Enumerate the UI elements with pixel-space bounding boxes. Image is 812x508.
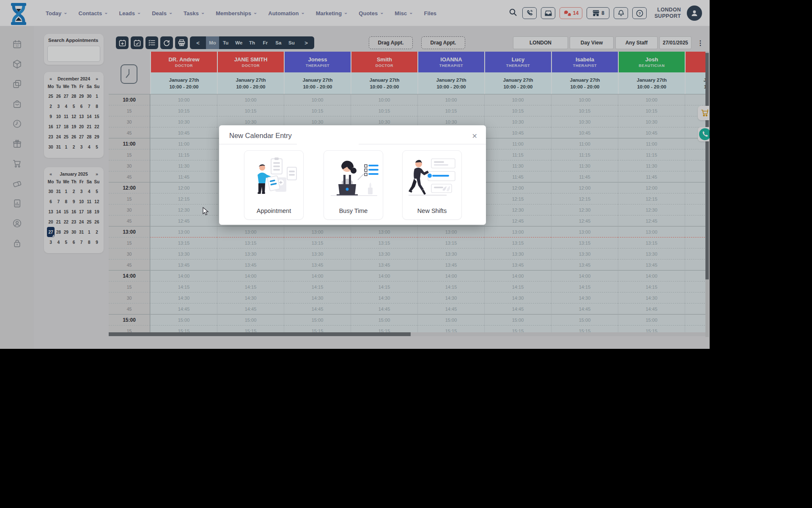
- busy-time-option-card[interactable]: Busy Time: [324, 150, 383, 220]
- new-shifts-illustration: [403, 154, 462, 204]
- new-calendar-entry-modal: New Calendar Entry ✕: [219, 125, 486, 225]
- busy-time-illustration: [324, 154, 384, 204]
- appointment-option-label: Appointment: [244, 207, 303, 214]
- mouse-cursor: [202, 207, 210, 217]
- new-shifts-option-label: New Shifts: [403, 207, 461, 214]
- busy-time-option-label: Busy Time: [324, 207, 383, 214]
- close-icon[interactable]: ✕: [470, 130, 479, 142]
- modal-title: New Calendar Entry: [229, 132, 292, 140]
- divider: [359, 144, 486, 144]
- appointment-option-card[interactable]: Appointment: [244, 150, 304, 220]
- new-shifts-option-card[interactable]: New Shifts: [402, 150, 462, 220]
- app-window: Today⌄Contacts⌄Leads⌄Deals⌄Tasks⌄Members…: [0, 0, 710, 349]
- divider: [219, 144, 297, 144]
- appointment-illustration: [244, 154, 304, 204]
